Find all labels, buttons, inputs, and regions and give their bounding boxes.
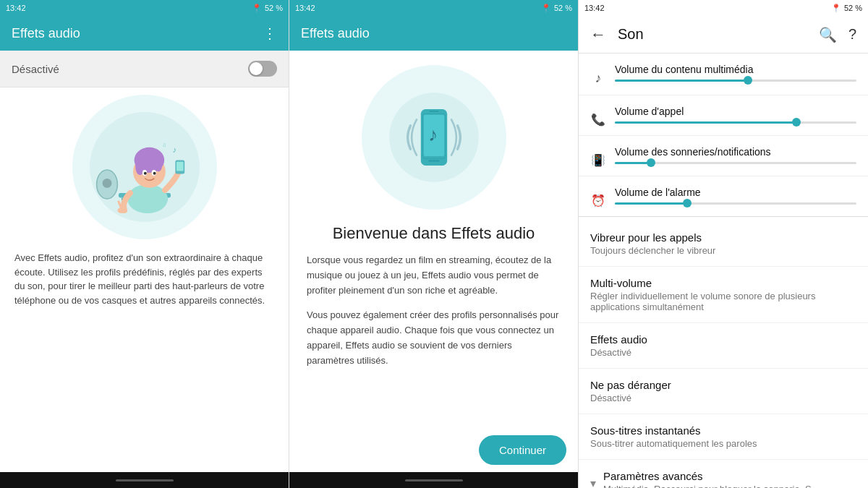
svg-rect-25 [429,111,438,112]
volume-section-appel: 📞 Volume d'appel [579,95,868,136]
setting-row-multivolume[interactable]: Multi-volume Régler individuellement le … [579,267,868,323]
phone-icon: 📞 [590,113,606,127]
setting-sub-dnd: Désactivé [590,393,856,403]
advanced-row[interactable]: ▾ Paramètres avancés Multimédia, Raccour… [579,460,868,488]
svg-point-11 [155,160,162,171]
time-1: 13:42 [6,4,26,12]
description-text: Avec Effets audio, profitez d'un son ext… [14,251,274,307]
location-icon-3: 📍 [831,4,841,13]
battery-2: 52 % [554,4,572,12]
slider-fill-appel [615,121,796,124]
slider-multimedia[interactable] [615,80,856,82]
setting-title-multivolume: Multi-volume [590,277,856,289]
menu-icon-1[interactable]: ⋮ [263,25,277,42]
setting-title-subtitles: Sous-titres instantanés [590,424,856,437]
volume-row-appel: 📞 Volume d'appel [590,103,856,127]
volume-section-multimedia: ♪ Volume du contenu multimédia [579,53,868,95]
status-bar-2: 13:42 📍 52 % [289,0,578,16]
continue-btn-row: Continuer [289,428,578,472]
svg-point-13 [143,172,146,175]
welcome-text: Lorsque vous regardez un film en streami… [307,253,561,369]
nav-bar-1 [0,472,289,488]
slider-alarme[interactable] [615,202,856,205]
nav-indicator-1 [116,479,174,481]
battery-3: 52 % [844,4,862,12]
setting-title-dnd: Ne pas déranger [590,379,856,391]
slider-sonneries[interactable] [615,162,856,164]
panel-3-content: ♪ Volume du contenu multimédia 📞 Volume … [579,53,868,488]
advanced-title: Paramètres avancés [603,470,856,482]
panel-3-toolbar: ← Son 🔍 ? [579,16,868,53]
panel-3-title: Son [612,26,813,43]
illustration-person: ♪ ♫ [72,95,217,239]
status-icons-1: 📍 52 % [252,4,283,13]
setting-sub-multivolume: Régler individuellement le volume sonore… [590,291,856,312]
welcome-para-2: Vous pouvez également créer des profils … [307,308,561,368]
status-icons-2: 📍 52 % [541,4,572,13]
slider-thumb-alarme [683,199,692,207]
svg-text:♪: ♪ [428,124,438,145]
battery-1: 52 % [265,4,283,12]
svg-text:♫: ♫ [162,142,166,148]
status-bar-1: 13:42 📍 52 % [0,0,289,16]
volume-right-multimedia: Volume du contenu multimédia [615,61,856,85]
time-2: 13:42 [295,4,315,12]
status-bar-3: 13:42 📍 52 % [579,0,868,16]
slider-thumb-sonneries [647,158,655,167]
setting-sub-effets: Désactivé [590,347,856,358]
nav-indicator-2 [405,479,463,481]
slider-fill-sonneries [615,162,651,164]
svg-rect-7 [176,162,184,171]
volume-section-alarme: ⏰ Volume de l'alarme [579,176,868,217]
panel-1-content: ♪ ♫ Avec Effets audio, profitez d'un son… [0,87,289,472]
nav-bar-2 [289,472,578,488]
volume-label-alarme: Volume de l'alarme [615,187,856,198]
continue-button[interactable]: Continuer [479,435,566,465]
slider-thumb-appel [792,118,801,127]
setting-sub-subtitles: Sous-titrer automatiquement les paroles [590,438,856,449]
toolbar-2: Effets audio [289,16,578,51]
location-icon-1: 📍 [252,4,262,13]
toolbar-title-2: Effets audio [301,26,566,41]
chevron-down-icon: ▾ [590,476,596,489]
setting-row-vibreur[interactable]: Vibreur pour les appels Toujours déclenc… [579,221,868,267]
person-svg: ♪ ♫ [87,109,203,225]
panel-son: 13:42 📍 52 % ← Son 🔍 ? ♪ Volume du conte… [579,0,868,488]
volume-label-multimedia: Volume du contenu multimédia [615,64,856,75]
volume-row-alarme: ⏰ Volume de l'alarme [590,184,856,207]
toggle-switch[interactable] [248,61,277,77]
volume-right-sonneries: Volume des sonneries/notifications [615,143,856,167]
setting-row-effets[interactable]: Effets audio Désactivé [579,323,868,369]
volume-right-appel: Volume d'appel [615,103,856,127]
status-icons-3: 📍 52 % [831,4,862,13]
setting-row-subtitles[interactable]: Sous-titres instantanés Sous-titrer auto… [579,414,868,460]
vibrate-icon: 📳 [590,153,606,167]
toggle-row: Désactivé [0,51,289,87]
time-3: 13:42 [584,4,605,12]
svg-point-15 [153,172,156,175]
svg-point-16 [117,207,125,213]
volume-label-appel: Volume d'appel [615,106,856,117]
panel-2-content: ♪ Bienvenue dans Effets audio Lorsque vo… [289,51,578,428]
welcome-title: Bienvenue dans Effets audio [333,224,535,243]
toggle-label: Désactivé [12,63,59,75]
search-icon[interactable]: 🔍 [813,20,843,49]
slider-appel[interactable] [615,121,856,124]
toolbar-1: Effets audio ⋮ [0,16,289,51]
setting-title-vibreur: Vibreur pour les appels [590,231,856,244]
setting-sub-vibreur: Toujours déclencher le vibreur [590,245,856,256]
svg-rect-24 [428,160,440,162]
slider-thumb-multimedia [744,76,752,85]
svg-point-2 [102,179,111,188]
slider-fill-alarme [615,202,687,205]
alarm-icon: ⏰ [590,194,606,207]
back-button[interactable]: ← [584,20,612,50]
help-icon[interactable]: ? [843,20,862,48]
location-icon-2: 📍 [541,4,551,13]
volume-section-sonneries: 📳 Volume des sonneries/notifications [579,136,868,176]
setting-row-dnd[interactable]: Ne pas déranger Désactivé [579,369,868,414]
advanced-sub: Multimédia, Raccourci pour bloquer la so… [603,484,856,488]
toolbar-title-1: Effets audio [12,26,263,41]
volume-right-alarme: Volume de l'alarme [615,184,856,207]
setting-title-effets: Effets audio [590,333,856,346]
